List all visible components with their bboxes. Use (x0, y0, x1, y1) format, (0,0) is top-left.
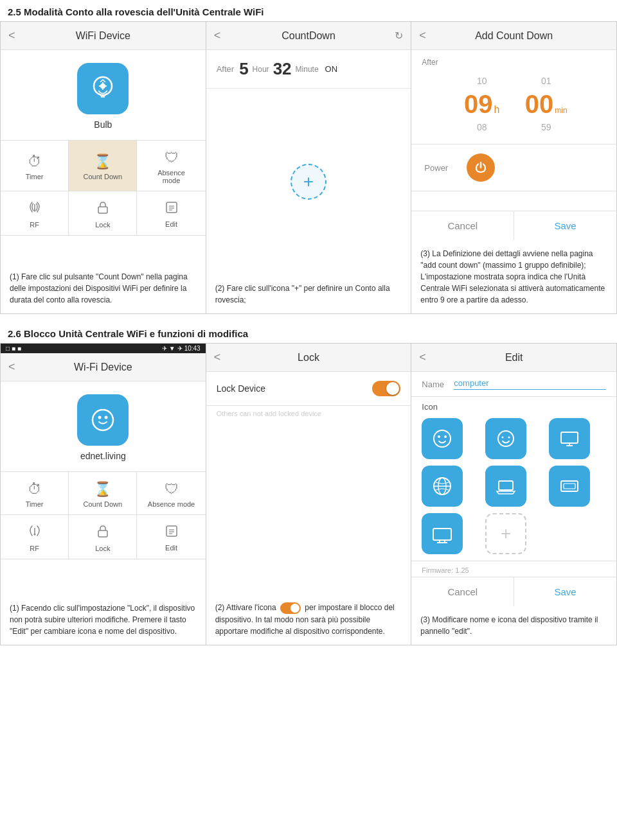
after-label-p3: After (411, 55, 616, 69)
grid-cell-countdown-p4[interactable]: ⌛ Count Down (69, 472, 137, 515)
grid-cell-absence-p4[interactable]: 🛡 Absence mode (137, 472, 205, 515)
power-button[interactable] (467, 153, 495, 182)
svg-rect-9 (166, 202, 177, 213)
svg-point-24 (444, 435, 447, 438)
edit-svg (165, 201, 178, 214)
lock-toggle[interactable] (372, 381, 400, 396)
rf-icon (28, 200, 42, 218)
svg-point-23 (438, 435, 440, 438)
time-display: 10:43 (184, 345, 201, 352)
cancel-button-p3[interactable]: Cancel (411, 211, 514, 240)
svg-point-16 (33, 534, 35, 536)
rf-svg (28, 200, 42, 214)
bulb-icon (87, 73, 118, 104)
name-field-row: Name computer (411, 372, 616, 397)
grid-cell-absence[interactable]: 🛡 Absencemode (137, 141, 205, 191)
icon-smiley[interactable] (485, 418, 526, 459)
desc-p2: (2) Fare clic sull'icona "+" per definir… (206, 275, 411, 313)
save-button-p6[interactable]: Save (514, 577, 616, 606)
panel3-header: < Add Count Down (411, 22, 616, 50)
save-button-p3[interactable]: Save (514, 211, 616, 240)
add-icon-label: + (501, 523, 511, 544)
feature-grid-p4: ⏱ Timer ⌛ Count Down 🛡 Absence mode (1, 471, 206, 559)
icon-tv[interactable] (422, 513, 463, 554)
mins-num: 32 (273, 59, 292, 79)
device-icon-box (77, 63, 129, 114)
countdown-icon-p4: ⌛ (94, 481, 111, 498)
countdown-icon: ⌛ (94, 153, 111, 170)
device-icon-area: Bulb (1, 50, 206, 140)
timer-label: Timer (26, 173, 44, 180)
svg-point-25 (498, 431, 514, 446)
cancel-button-p6[interactable]: Cancel (411, 577, 514, 606)
grid-cell-countdown[interactable]: ⌛ Count Down (69, 141, 137, 191)
back-icon-p5[interactable]: < (214, 351, 221, 364)
hour-top: 10 (477, 72, 487, 90)
icon-grid: + (411, 414, 616, 561)
after-label: After (217, 64, 234, 74)
lock-sub-text: Others can not add locked device (206, 406, 411, 424)
grid-cell-timer[interactable]: ⏱ Timer (1, 141, 69, 191)
svg-point-4 (100, 83, 105, 89)
svg-point-27 (508, 437, 510, 439)
lock-svg (96, 200, 109, 214)
grid-cell-edit[interactable]: Edit (137, 191, 205, 236)
minutes-picker[interactable]: 01 00 min 59 (521, 72, 572, 136)
grid-cell-lock[interactable]: Lock (69, 191, 137, 236)
rf-label: RF (30, 221, 39, 229)
device-icon-box-p4 (77, 394, 129, 446)
hours-picker[interactable]: 10 09 h 08 (456, 72, 508, 136)
add-countdown-button[interactable]: + (291, 164, 326, 200)
hour-unit: h (494, 104, 499, 116)
device-icon-area-p4: ednet.living (1, 381, 206, 471)
firmware-label: Firmware: 1.25 (411, 561, 616, 577)
lock-icon (96, 200, 109, 218)
section-26-title: 2.6 Blocco Unità Centrale WiFi e funzion… (0, 322, 617, 343)
back-icon-p4[interactable]: < (8, 360, 15, 374)
inline-toggle-icon (280, 602, 301, 614)
grid-cell-timer-p4[interactable]: ⏱ Timer (1, 472, 69, 515)
grid-cell-rf[interactable]: RF (1, 191, 69, 236)
edit-icon-p4 (165, 525, 178, 541)
hours-label: Hour (253, 65, 269, 74)
min-selected: 00 (525, 90, 554, 118)
back-icon-p3[interactable]: < (419, 29, 426, 42)
desc-p5: (2) Attivare l'icona per impostare il bl… (206, 594, 411, 645)
name-value[interactable]: computer (454, 378, 606, 390)
feature-grid-p1: ⏱ Timer ⌛ Count Down 🛡 Absencemode (1, 140, 206, 236)
svg-rect-8 (98, 207, 107, 213)
min-bottom: 59 (541, 118, 551, 136)
status-bar: □ ■ ■ ✈ ▼ ✈ 10:43 (1, 344, 206, 353)
rf-icon-p4 (28, 524, 42, 542)
edit-icon (165, 201, 178, 218)
svg-point-13 (93, 410, 113, 430)
back-icon-p2[interactable]: < (214, 29, 221, 42)
svg-rect-28 (561, 432, 578, 443)
icon-socket[interactable] (422, 418, 463, 459)
panel2-header: < CountDown ↻ (206, 22, 411, 50)
bottom-btns-p3: Cancel Save (411, 211, 616, 240)
back-icon-p6[interactable]: < (419, 351, 426, 364)
lock-icon-p4 (96, 524, 109, 542)
icon-add[interactable]: + (485, 513, 526, 554)
icon-globe[interactable] (422, 466, 463, 507)
panel4-header: < Wi-Fi Device (1, 353, 206, 381)
name-label: Name (422, 380, 447, 389)
min-unit: min (555, 106, 567, 115)
icon-monitor[interactable] (549, 418, 590, 459)
grid-cell-rf-p4[interactable]: RF (1, 515, 69, 559)
device-name-p4: ednet.living (80, 451, 126, 461)
status-icons-left: □ ■ ■ (6, 345, 21, 352)
icon-laptop[interactable] (485, 466, 526, 507)
back-icon-p1[interactable]: < (8, 29, 15, 42)
refresh-icon-p2[interactable]: ↻ (395, 30, 403, 42)
icon-device2[interactable] (549, 466, 590, 507)
socket-icon (87, 405, 118, 435)
absence-icon-p4: 🛡 (165, 481, 179, 498)
grid-cell-lock-p4[interactable]: Lock (69, 515, 137, 559)
svg-rect-34 (499, 481, 513, 490)
svg-point-15 (105, 416, 108, 419)
power-icon (474, 161, 488, 175)
grid-cell-edit-p4[interactable]: Edit (137, 515, 205, 559)
edit-label-cell: Edit (165, 220, 177, 228)
